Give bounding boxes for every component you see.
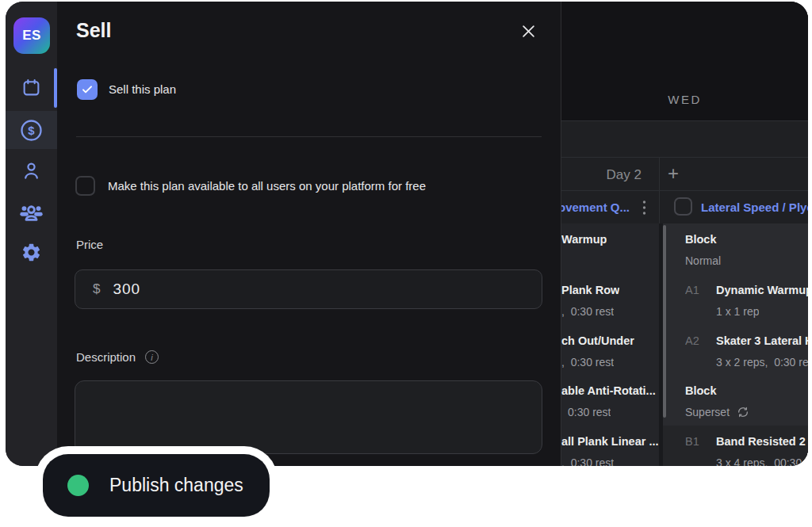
workout-link-left[interactable]: ovement Q...	[558, 200, 638, 214]
description-label-row: Description i	[76, 350, 159, 364]
add-cell: +	[660, 158, 808, 190]
calendar-icon	[21, 78, 41, 97]
sidebar-item-sales[interactable]: $	[6, 111, 57, 149]
exercise-name[interactable]: all Plank Linear ...	[561, 433, 659, 449]
checkmark-icon	[81, 83, 94, 96]
day2-title-cell: Day 2	[561, 158, 660, 190]
sell-plan-label: Sell this plan	[109, 82, 176, 97]
close-icon[interactable]	[519, 22, 537, 40]
publish-changes-button[interactable]: Publish changes	[43, 454, 270, 517]
gear-icon	[21, 242, 42, 263]
exercise-tag: A2	[685, 333, 699, 349]
description-label: Description	[76, 350, 136, 364]
superset-cycle-icon	[737, 406, 749, 418]
right-workout-header: Lateral Speed / Plyo	[660, 191, 808, 223]
workspace-avatar[interactable]: ES	[13, 17, 50, 54]
currency-symbol: $	[93, 281, 100, 297]
exercise-name[interactable]: Skater 3 Lateral Hop	[716, 333, 808, 349]
price-label: Price	[76, 238, 103, 251]
column-title-row: Day 2 +	[561, 157, 808, 190]
status-dot-icon	[67, 475, 89, 496]
free-plan-label: Make this plan available to all users on…	[108, 178, 426, 194]
workout-header-row: ovement Q... Lateral Speed / Plyo	[561, 190, 808, 223]
dollar-circle-icon: $	[19, 118, 44, 143]
info-glyph: i	[151, 353, 152, 362]
exercise-name[interactable]: Band Resisted 2 Step	[716, 433, 808, 449]
sell-plan-checkbox[interactable]	[77, 79, 98, 100]
exercise-detail: 3 x 4 reps, 00:30 r	[716, 455, 808, 466]
day-header-label: WED	[668, 93, 702, 106]
scrollbar-thumb[interactable]	[663, 225, 666, 418]
block-label: Block	[685, 383, 717, 399]
exercise-rest: , 0:30 rest	[561, 304, 614, 319]
block-type: Normal	[685, 253, 721, 269]
publish-changes-label: Publish changes	[109, 475, 243, 496]
price-input[interactable]: $ 300	[75, 269, 542, 309]
exercise-rest: , 0:30 rest	[561, 354, 614, 370]
day-header: WED	[561, 2, 808, 120]
exercise-name[interactable]: ch Out/Under	[561, 333, 634, 349]
modal-title: Sell	[76, 19, 111, 42]
exercise-tag: A1	[685, 282, 699, 298]
description-textarea[interactable]	[75, 380, 542, 454]
workout-columns: Warmup Plank Row , 0:30 rest ch Out/Unde…	[561, 223, 808, 466]
column-title: Day 2	[607, 167, 642, 183]
exercise-name[interactable]: able Anti-Rotati...	[561, 383, 656, 399]
exercise-name[interactable]: Dynamic Warmup	[716, 282, 808, 298]
free-plan-checkbox[interactable]	[75, 176, 95, 196]
exercise-name[interactable]: Plank Row	[561, 282, 619, 298]
sidebar-item-calendar[interactable]	[6, 68, 57, 106]
block-label: Block	[685, 231, 717, 247]
exercise-rest: 0:30 rest	[568, 404, 611, 420]
price-value: 300	[113, 281, 140, 298]
svg-text:$: $	[28, 124, 35, 136]
workout-checkbox[interactable]	[674, 197, 692, 216]
exercise-tag: B1	[685, 433, 699, 449]
add-workout-button[interactable]: +	[668, 163, 679, 184]
left-workout-header: ovement Q...	[561, 191, 660, 223]
info-icon[interactable]: i	[145, 350, 159, 364]
exercise-detail: 1 x 1 rep	[716, 304, 759, 319]
sidebar-item-groups[interactable]	[6, 193, 57, 231]
workout-link-right[interactable]: Lateral Speed / Plyo	[701, 200, 808, 214]
exercise-rest: , 0:30 rest	[561, 455, 614, 466]
group-icon	[19, 200, 44, 224]
exercise-detail: 3 x 2 reps, 0:30 res	[716, 354, 808, 370]
sidebar: ES $	[6, 2, 57, 466]
sidebar-item-clients[interactable]	[6, 151, 57, 189]
right-workout-column: Block Normal A1 Dynamic Warmup 1 x 1 rep…	[663, 223, 808, 466]
block-type: Superset	[685, 404, 749, 420]
sidebar-item-settings[interactable]	[6, 233, 57, 271]
planner-background: WED Day 2 + ovement Q... Lateral Speed /…	[561, 2, 808, 466]
block-type-label: Superset	[685, 404, 730, 420]
divider	[76, 136, 542, 137]
left-workout-column: Warmup Plank Row , 0:30 rest ch Out/Unde…	[561, 223, 659, 466]
avatar-initials: ES	[22, 28, 41, 44]
toolbar-band	[561, 120, 808, 157]
exercise-name[interactable]: Warmup	[561, 231, 607, 247]
sell-modal: Sell Sell this plan Make this plan avail…	[57, 2, 561, 466]
person-icon	[21, 160, 42, 181]
kebab-menu-icon[interactable]	[642, 200, 646, 219]
app-window: WED Day 2 + ovement Q... Lateral Speed /…	[6, 2, 808, 466]
